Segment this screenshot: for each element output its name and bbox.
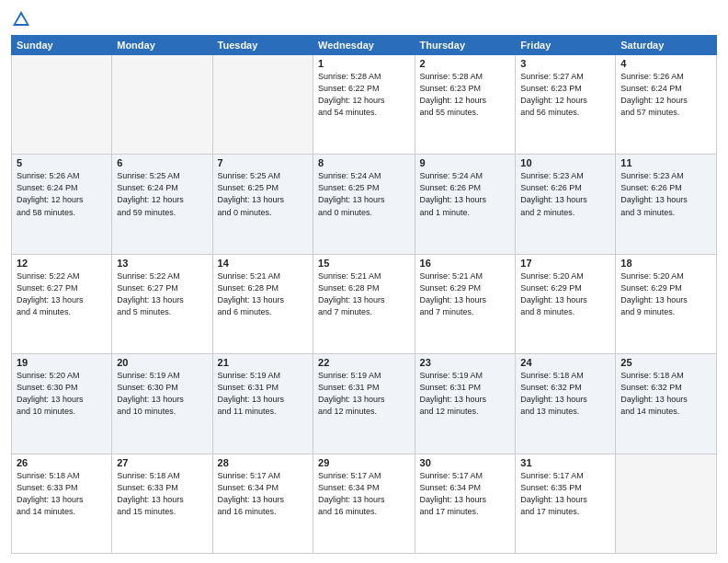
calendar-cell: 7Sunrise: 5:25 AM Sunset: 6:25 PM Daylig… (212, 155, 313, 254)
day-number: 4 (620, 58, 711, 69)
day-info: Sunrise: 5:18 AM Sunset: 6:32 PM Dayligh… (520, 370, 610, 418)
day-number: 3 (520, 58, 610, 69)
calendar-cell: 26Sunrise: 5:18 AM Sunset: 6:33 PM Dayli… (12, 454, 112, 553)
day-info: Sunrise: 5:21 AM Sunset: 6:28 PM Dayligh… (318, 270, 410, 318)
day-number: 15 (318, 258, 410, 269)
day-number: 29 (318, 457, 410, 468)
day-number: 25 (620, 357, 711, 368)
day-info: Sunrise: 5:17 AM Sunset: 6:35 PM Dayligh… (520, 470, 610, 518)
calendar-cell: 30Sunrise: 5:17 AM Sunset: 6:34 PM Dayli… (415, 454, 516, 553)
day-header-friday: Friday (516, 36, 616, 55)
day-number: 20 (117, 357, 207, 368)
calendar-header-row: SundayMondayTuesdayWednesdayThursdayFrid… (12, 36, 717, 55)
day-info: Sunrise: 5:17 AM Sunset: 6:34 PM Dayligh… (218, 470, 308, 518)
calendar-cell (112, 55, 212, 155)
day-header-monday: Monday (112, 36, 212, 55)
calendar-cell: 17Sunrise: 5:20 AM Sunset: 6:29 PM Dayli… (516, 254, 616, 353)
calendar-cell: 19Sunrise: 5:20 AM Sunset: 6:30 PM Dayli… (12, 354, 112, 454)
logo-icon (11, 9, 31, 29)
day-info: Sunrise: 5:25 AM Sunset: 6:24 PM Dayligh… (117, 170, 207, 218)
calendar-cell: 3Sunrise: 5:27 AM Sunset: 6:23 PM Daylig… (516, 55, 616, 155)
calendar-week-row: 5Sunrise: 5:26 AM Sunset: 6:24 PM Daylig… (12, 155, 717, 254)
calendar-cell: 10Sunrise: 5:23 AM Sunset: 6:26 PM Dayli… (516, 155, 616, 254)
day-info: Sunrise: 5:18 AM Sunset: 6:33 PM Dayligh… (17, 470, 107, 518)
calendar-cell (212, 55, 313, 155)
calendar-cell: 6Sunrise: 5:25 AM Sunset: 6:24 PM Daylig… (112, 155, 212, 254)
calendar-cell: 29Sunrise: 5:17 AM Sunset: 6:34 PM Dayli… (313, 454, 415, 553)
calendar-week-row: 26Sunrise: 5:18 AM Sunset: 6:33 PM Dayli… (12, 454, 717, 553)
day-info: Sunrise: 5:19 AM Sunset: 6:31 PM Dayligh… (218, 370, 308, 418)
day-number: 18 (620, 258, 711, 269)
day-number: 31 (520, 457, 610, 468)
day-number: 8 (318, 157, 410, 168)
calendar-cell: 5Sunrise: 5:26 AM Sunset: 6:24 PM Daylig… (12, 155, 112, 254)
day-number: 9 (420, 157, 511, 168)
calendar-cell: 14Sunrise: 5:21 AM Sunset: 6:28 PM Dayli… (212, 254, 313, 353)
calendar-cell: 28Sunrise: 5:17 AM Sunset: 6:34 PM Dayli… (212, 454, 313, 553)
day-info: Sunrise: 5:28 AM Sunset: 6:22 PM Dayligh… (318, 71, 410, 119)
calendar-week-row: 1Sunrise: 5:28 AM Sunset: 6:22 PM Daylig… (12, 55, 717, 155)
day-number: 14 (218, 258, 308, 269)
day-info: Sunrise: 5:26 AM Sunset: 6:24 PM Dayligh… (17, 170, 107, 218)
calendar-cell: 11Sunrise: 5:23 AM Sunset: 6:26 PM Dayli… (616, 155, 717, 254)
day-info: Sunrise: 5:18 AM Sunset: 6:32 PM Dayligh… (620, 370, 711, 418)
day-info: Sunrise: 5:18 AM Sunset: 6:33 PM Dayligh… (117, 470, 207, 518)
calendar: SundayMondayTuesdayWednesdayThursdayFrid… (11, 35, 717, 554)
day-info: Sunrise: 5:23 AM Sunset: 6:26 PM Dayligh… (620, 170, 711, 218)
calendar-cell: 8Sunrise: 5:24 AM Sunset: 6:25 PM Daylig… (313, 155, 415, 254)
logo (11, 9, 35, 29)
calendar-cell: 31Sunrise: 5:17 AM Sunset: 6:35 PM Dayli… (516, 454, 616, 553)
calendar-cell: 21Sunrise: 5:19 AM Sunset: 6:31 PM Dayli… (212, 354, 313, 454)
calendar-cell: 23Sunrise: 5:19 AM Sunset: 6:31 PM Dayli… (415, 354, 516, 454)
calendar-cell: 25Sunrise: 5:18 AM Sunset: 6:32 PM Dayli… (616, 354, 717, 454)
day-info: Sunrise: 5:20 AM Sunset: 6:29 PM Dayligh… (620, 270, 711, 318)
day-info: Sunrise: 5:24 AM Sunset: 6:25 PM Dayligh… (318, 170, 410, 218)
calendar-cell: 20Sunrise: 5:19 AM Sunset: 6:30 PM Dayli… (112, 354, 212, 454)
calendar-cell: 18Sunrise: 5:20 AM Sunset: 6:29 PM Dayli… (616, 254, 717, 353)
day-info: Sunrise: 5:20 AM Sunset: 6:29 PM Dayligh… (520, 270, 610, 318)
day-info: Sunrise: 5:19 AM Sunset: 6:30 PM Dayligh… (117, 370, 207, 418)
calendar-cell: 27Sunrise: 5:18 AM Sunset: 6:33 PM Dayli… (112, 454, 212, 553)
calendar-cell: 22Sunrise: 5:19 AM Sunset: 6:31 PM Dayli… (313, 354, 415, 454)
day-header-tuesday: Tuesday (212, 36, 313, 55)
calendar-cell: 13Sunrise: 5:22 AM Sunset: 6:27 PM Dayli… (112, 254, 212, 353)
day-info: Sunrise: 5:26 AM Sunset: 6:24 PM Dayligh… (620, 71, 711, 119)
day-info: Sunrise: 5:21 AM Sunset: 6:29 PM Dayligh… (420, 270, 511, 318)
day-info: Sunrise: 5:17 AM Sunset: 6:34 PM Dayligh… (420, 470, 511, 518)
day-info: Sunrise: 5:27 AM Sunset: 6:23 PM Dayligh… (520, 71, 610, 119)
day-header-thursday: Thursday (415, 36, 516, 55)
day-info: Sunrise: 5:19 AM Sunset: 6:31 PM Dayligh… (420, 370, 511, 418)
calendar-cell (12, 55, 112, 155)
day-number: 23 (420, 357, 511, 368)
day-info: Sunrise: 5:22 AM Sunset: 6:27 PM Dayligh… (17, 270, 107, 318)
calendar-cell: 15Sunrise: 5:21 AM Sunset: 6:28 PM Dayli… (313, 254, 415, 353)
day-info: Sunrise: 5:17 AM Sunset: 6:34 PM Dayligh… (318, 470, 410, 518)
day-number: 11 (620, 157, 711, 168)
day-number: 2 (420, 58, 511, 69)
calendar-cell: 16Sunrise: 5:21 AM Sunset: 6:29 PM Dayli… (415, 254, 516, 353)
day-number: 30 (420, 457, 511, 468)
day-info: Sunrise: 5:20 AM Sunset: 6:30 PM Dayligh… (17, 370, 107, 418)
day-number: 22 (318, 357, 410, 368)
calendar-week-row: 12Sunrise: 5:22 AM Sunset: 6:27 PM Dayli… (12, 254, 717, 353)
day-number: 17 (520, 258, 610, 269)
calendar-cell: 1Sunrise: 5:28 AM Sunset: 6:22 PM Daylig… (313, 55, 415, 155)
day-number: 10 (520, 157, 610, 168)
day-number: 28 (218, 457, 308, 468)
day-info: Sunrise: 5:24 AM Sunset: 6:26 PM Dayligh… (420, 170, 511, 218)
day-number: 13 (117, 258, 207, 269)
day-info: Sunrise: 5:19 AM Sunset: 6:31 PM Dayligh… (318, 370, 410, 418)
day-info: Sunrise: 5:22 AM Sunset: 6:27 PM Dayligh… (117, 270, 207, 318)
day-number: 27 (117, 457, 207, 468)
day-number: 1 (318, 58, 410, 69)
day-number: 19 (17, 357, 107, 368)
day-info: Sunrise: 5:25 AM Sunset: 6:25 PM Dayligh… (218, 170, 308, 218)
day-number: 7 (218, 157, 308, 168)
day-header-sunday: Sunday (12, 36, 112, 55)
page: SundayMondayTuesdayWednesdayThursdayFrid… (0, 0, 728, 563)
day-number: 5 (17, 157, 107, 168)
day-number: 24 (520, 357, 610, 368)
day-info: Sunrise: 5:21 AM Sunset: 6:28 PM Dayligh… (218, 270, 308, 318)
calendar-cell (616, 454, 717, 553)
day-number: 21 (218, 357, 308, 368)
